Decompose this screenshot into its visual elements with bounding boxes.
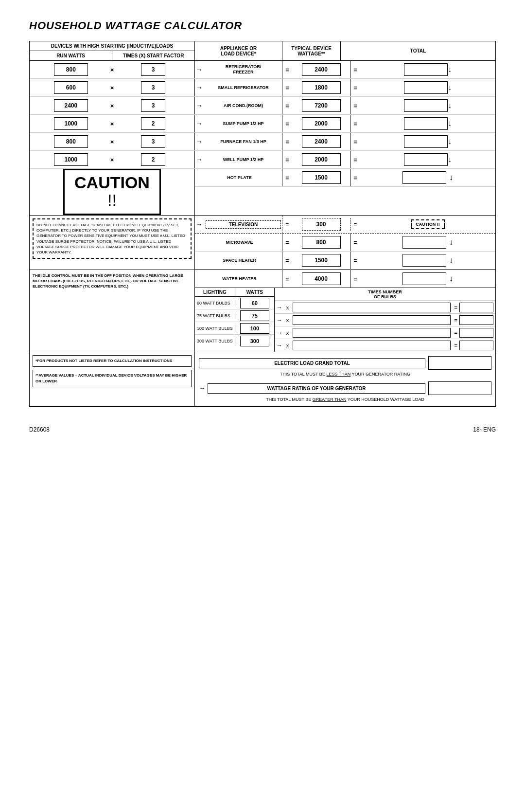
- hot-plate-col: HOT PLATE = 1500 = ↓: [195, 169, 495, 215]
- total-input-4[interactable]: [404, 117, 448, 130]
- eq2-2: =: [350, 84, 360, 91]
- tv-row: → TELEVISION = 300 = CAUTION !!: [195, 216, 495, 234]
- multiply-symbol-5: ×: [108, 138, 116, 145]
- device-label-2: SMALL REFRIGERATOR: [205, 85, 282, 90]
- bulb-count-input-60[interactable]: [293, 303, 450, 312]
- water-heater-input[interactable]: [402, 272, 446, 285]
- ldr-eq-300: =: [453, 343, 459, 348]
- bulb-total-75[interactable]: [459, 315, 493, 325]
- space-heater-arrow: ↓: [449, 256, 453, 264]
- total-input-1[interactable]: [404, 63, 448, 76]
- multiply-symbol-2: ×: [108, 84, 116, 91]
- bulb-total-300[interactable]: [459, 341, 493, 350]
- water-heater-wattage-cell: 4000: [292, 270, 350, 288]
- run-watts-box-6: 1000: [54, 153, 88, 166]
- microwave-device: MICROWAVE: [195, 234, 282, 251]
- header-inductive-bottom: RUN WATTS TIMES (X) START FACTOR: [30, 51, 194, 60]
- footer-right: 18- ENG: [473, 426, 496, 433]
- factor-cell-4: 2: [116, 117, 191, 130]
- bulb-total-60[interactable]: [459, 303, 493, 312]
- lighting-row-100: 100 WATT BULBS 100: [195, 322, 274, 335]
- bulb-75-watts: 75: [235, 310, 274, 321]
- bulb-count-input-75[interactable]: [293, 315, 450, 325]
- generator-input[interactable]: [428, 381, 491, 395]
- wattage-calculator-table: DEVICES WITH HIGH STARTING (INDUCTIVE)LO…: [29, 41, 496, 407]
- inductive-left-5: 800 × 3: [30, 133, 195, 150]
- ldr-x-300: x: [284, 343, 291, 348]
- hot-plate-eq: =: [282, 174, 292, 181]
- total-input-6[interactable]: [404, 153, 448, 166]
- water-heater-label: WATER HEATER: [197, 276, 282, 282]
- grand-total-section: ELECTRIC LOAD GRAND TOTAL THIS TOTAL MUS…: [195, 352, 495, 406]
- table-row: 800 × 3 → REFRIGERATOR/FREEZER = 2400 = …: [30, 61, 495, 79]
- run-watts-cell-1: 800: [34, 63, 108, 76]
- arrow-right-1: →: [196, 66, 203, 73]
- total-input-5[interactable]: [404, 135, 448, 148]
- bulb-300-label: 300 WATT BULBS: [195, 338, 235, 344]
- watts-header-label: WATTS: [235, 288, 274, 296]
- ldr-eq-100: =: [453, 330, 459, 336]
- eq-6: =: [282, 156, 292, 163]
- bulb-count-input-300[interactable]: [293, 341, 450, 350]
- water-heater-arrow: ↓: [449, 275, 453, 283]
- device-label-5: FURNACE FAN 1/3 HP: [205, 139, 282, 144]
- bulb-60-val: 60: [240, 298, 269, 308]
- run-watts-cell-5: 800: [34, 135, 108, 148]
- hot-plate-device: HOT PLATE: [195, 169, 282, 186]
- lighting-data-row-100: → x =: [275, 326, 495, 339]
- caution-exclaim: !!: [74, 191, 150, 210]
- generator-label: WATTAGE RATING OF YOUR GENERATOR: [208, 383, 425, 394]
- arrow-down-5: ↓: [448, 138, 452, 145]
- tv-eq: =: [282, 221, 292, 227]
- bulb-60-watts: 60: [235, 298, 274, 308]
- wattage-box-2: 1800: [302, 81, 341, 94]
- bulb-60-label: 60 WATT BULBS: [195, 300, 235, 307]
- run-watts-box-1: 800: [54, 63, 88, 76]
- inductive-left-6: 1000 × 2: [30, 151, 195, 168]
- arrow-right-6: →: [196, 156, 203, 163]
- tv-total: CAUTION !!: [360, 219, 495, 229]
- arrow-down-6: ↓: [448, 156, 452, 163]
- inductive-left-1: 800 × 3: [30, 61, 195, 78]
- microwave-wattage-box: 800: [302, 236, 341, 249]
- water-heater-wattage-box: 4000: [302, 272, 341, 285]
- bulb-300-val: 300: [240, 336, 269, 346]
- run-watts-cell-3: 2400: [34, 99, 108, 112]
- factor-box-1: 3: [141, 63, 165, 76]
- lighting-section: LIGHTING WATTS 60 WATT BULBS 60 75 WATT …: [195, 288, 495, 352]
- grand-total-row: ELECTRIC LOAD GRAND TOTAL: [199, 356, 491, 370]
- total-cell-1: ↓: [360, 61, 495, 78]
- total-cell-5: ↓: [360, 133, 495, 150]
- arrow-right-5: →: [196, 138, 203, 145]
- total-input-3[interactable]: [404, 99, 448, 112]
- generator-note-text: THIS TOTAL MUST BE: [266, 397, 311, 402]
- wattage-box-1: 2400: [302, 63, 341, 76]
- device-cell-1: → REFRIGERATOR/FREEZER: [195, 61, 282, 78]
- bulb-total-100[interactable]: [459, 328, 493, 338]
- device-cell-4: → SUMP PUMP 1/2 HP: [195, 115, 282, 132]
- arrow-right-3: →: [196, 102, 203, 109]
- arrow-right-2: →: [196, 84, 203, 91]
- table-row: 2400 × 3 → AIR COND.(ROOM) = 7200 = ↓: [30, 97, 495, 115]
- water-heater-eq: =: [282, 275, 292, 283]
- hot-plate-input[interactable]: [402, 171, 446, 184]
- page-footer: D26608 18- ENG: [29, 426, 496, 433]
- generator-note-end: YOUR HOUSEHOLD WATTAGE LOAD: [348, 397, 424, 402]
- factor-box-6: 2: [141, 153, 165, 166]
- microwave-input[interactable]: [402, 236, 446, 249]
- device-cell-2: → SMALL REFRIGERATOR: [195, 79, 282, 96]
- table-header: DEVICES WITH HIGH STARTING (INDUCTIVE)LO…: [30, 41, 495, 61]
- grand-total-input[interactable]: [428, 356, 491, 370]
- factor-cell-3: 3: [116, 99, 191, 112]
- bulb-count-input-100[interactable]: [293, 328, 450, 338]
- lighting-right-header: TIMES NUMBEROF BULBS: [275, 288, 495, 301]
- caution-text: CAUTION: [74, 174, 150, 191]
- space-heater-input[interactable]: [402, 254, 446, 267]
- total-input-2[interactable]: [404, 81, 448, 94]
- microwave-arrow: ↓: [449, 238, 453, 246]
- total-cell-6: ↓: [360, 151, 495, 168]
- table-row: 600 × 3 → SMALL REFRIGERATOR = 1800 = ↓: [30, 79, 495, 97]
- bulb-75-val: 75: [240, 310, 269, 321]
- water-lighting-col: WATER HEATER = 4000 = ↓ LIGHTING WATTS: [195, 270, 495, 352]
- ldr-arrow-100: →: [275, 329, 284, 336]
